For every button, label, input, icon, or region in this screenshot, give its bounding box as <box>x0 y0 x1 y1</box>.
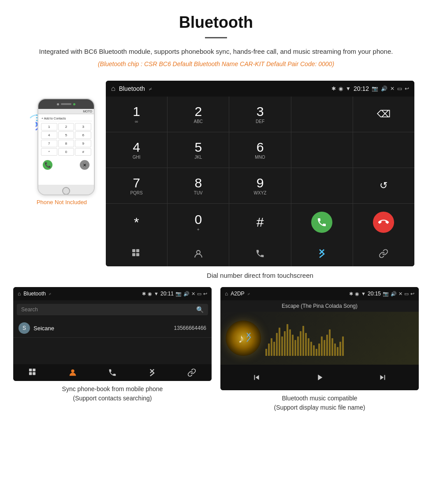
dial-key-hash[interactable]: # <box>229 204 290 241</box>
phone-home-button[interactable] <box>62 187 70 195</box>
phone-bottom-bar <box>38 185 94 195</box>
dial-letters-3: DEF <box>256 119 264 124</box>
dial-num-5: 5 <box>194 141 202 154</box>
music-loc-icon: ◉ <box>355 291 359 297</box>
phone-key-hash: # <box>75 148 91 156</box>
svg-rect-1 <box>132 249 135 252</box>
dial-cell-empty-1 <box>291 97 353 132</box>
phone-key-3: 3 <box>75 123 91 131</box>
pb-usb-icon: ⌿ <box>48 291 52 296</box>
pb-bottom-contacts[interactable] <box>53 368 93 377</box>
dial-bottom-bluetooth[interactable] <box>291 241 353 266</box>
music-bt-icon: ✱ <box>349 291 353 297</box>
hangup-red-button[interactable] <box>373 212 394 233</box>
status-right: ✱ ◉ ▼ 20:12 📷 🔊 ✕ ▭ ↩ <box>331 85 409 92</box>
phone-key-2: 2 <box>58 123 74 131</box>
dial-hangup-red[interactable] <box>353 204 414 241</box>
call-green-button[interactable] <box>311 212 332 233</box>
signal-icon: ▼ <box>346 86 351 92</box>
dial-letters-5: JKL <box>194 155 202 160</box>
volume-icon: 🔊 <box>381 86 387 92</box>
dial-key-2[interactable]: 2 ABC <box>168 97 229 132</box>
music-visualizer <box>265 321 413 356</box>
svg-point-5 <box>197 250 200 254</box>
dial-num-0: 0 <box>194 213 202 226</box>
svg-rect-2 <box>136 249 139 252</box>
phone-mock-container: MOTO + Add to Contacts 1 2 3 4 5 6 7 8 9 <box>18 98 106 205</box>
phone-call-button[interactable]: 📞 <box>43 160 52 170</box>
pb-loc-icon: ◉ <box>148 291 152 297</box>
music-item: ⌂ A2DP ⌿ ✱ ◉ ▼ 20:15 📷 🔊 ✕ ▭ ↩ E <box>220 287 419 412</box>
pb-search-bar: Search 🔍 <box>17 304 208 315</box>
dial-letters-8: TUV <box>194 190 203 195</box>
dial-bottom-call[interactable] <box>229 241 290 266</box>
location-icon: ◉ <box>339 86 343 92</box>
dial-key-6[interactable]: 6 MNO <box>229 132 290 168</box>
svg-rect-3 <box>132 253 135 256</box>
dial-keypad-grid: 1 ∞ 2 ABC 3 DEF ⌫ 4 GHI <box>106 97 414 241</box>
pb-home-icon: ⌂ <box>18 291 21 297</box>
music-screen: ⌂ A2DP ⌿ ✱ ◉ ▼ 20:15 📷 🔊 ✕ ▭ ↩ E <box>220 287 419 390</box>
dial-key-5[interactable]: 5 JKL <box>168 132 229 168</box>
music-main-area: ♪ <box>220 312 419 365</box>
dial-key-1[interactable]: 1 ∞ <box>106 97 167 132</box>
dial-key-star[interactable]: * <box>106 204 167 241</box>
music-vol-icon: 🔊 <box>391 291 397 297</box>
dial-key-8[interactable]: 8 TUV <box>168 168 229 203</box>
music-back-icon: ↩ <box>410 291 414 297</box>
bt-status-icon: ✱ <box>331 86 336 92</box>
music-play-pause[interactable] <box>288 369 351 386</box>
contact-initial: S <box>22 325 26 331</box>
status-left: ⌂ Bluetooth ⌿ <box>111 85 152 93</box>
camera-icon: 📷 <box>372 86 378 92</box>
pb-spacer <box>13 338 212 364</box>
phone-carrier: MOTO <box>83 110 92 113</box>
dial-key-7[interactable]: 7 PQRS <box>106 168 167 203</box>
dial-key-4[interactable]: 4 GHI <box>106 132 167 168</box>
pb-status-time: 20:11 <box>160 291 174 297</box>
music-status-right: ✱ ◉ ▼ 20:15 📷 🔊 ✕ ▭ ↩ <box>349 291 414 297</box>
dial-reload[interactable]: ↺ <box>353 168 414 203</box>
dial-key-3[interactable]: 3 DEF <box>229 97 290 132</box>
dial-cell-empty-3 <box>353 132 414 168</box>
pb-bottom-link[interactable] <box>172 368 212 377</box>
pb-back-icon: ↩ <box>203 291 207 297</box>
svg-rect-9 <box>33 372 35 375</box>
pb-bottom-grid[interactable] <box>13 368 53 377</box>
dial-backspace[interactable]: ⌫ <box>353 97 414 132</box>
music-album-art: ♪ <box>226 321 261 356</box>
phone-key-0: 0 <box>58 148 74 156</box>
phone-key-9: 9 <box>75 140 91 147</box>
usb-icon: ⌿ <box>149 85 152 92</box>
pb-scr-icon: ▭ <box>197 291 201 297</box>
phone-key-5: 5 <box>58 131 74 139</box>
pb-bottom-bar <box>13 364 212 381</box>
dial-num-hash: # <box>257 216 264 229</box>
dial-key-0[interactable]: 0 + <box>168 204 229 241</box>
dial-bottom-link[interactable] <box>353 241 414 266</box>
phonebook-caption-line1: Sync phone-book from mobile phone <box>62 385 163 392</box>
phone-status-bar: MOTO <box>38 109 94 114</box>
dial-num-4: 4 <box>133 141 140 154</box>
pb-bottom-call[interactable] <box>93 368 132 377</box>
dial-key-9[interactable]: 9 WXYZ <box>229 168 290 203</box>
pb-bottom-bluetooth[interactable] <box>132 368 172 377</box>
dial-bottom-contacts[interactable] <box>168 241 229 266</box>
phonebook-screen: ⌂ Bluetooth ⌿ ✱ ◉ ▼ 20:11 📷 🔊 ✕ ▭ ↩ <box>13 287 212 381</box>
music-caption-line1: Bluetooth music compatible <box>282 395 357 402</box>
dial-num-6: 6 <box>257 141 264 154</box>
pb-search-icon[interactable]: 🔍 <box>196 306 204 313</box>
dial-num-9: 9 <box>257 176 264 190</box>
music-cam-icon: 📷 <box>383 291 389 297</box>
phone-end-button[interactable]: ✕ <box>80 160 89 170</box>
dial-call-green[interactable] <box>291 204 353 241</box>
dial-letters-1: ∞ <box>135 119 138 124</box>
music-skip-prev[interactable] <box>225 369 288 386</box>
dial-screen-container: ⌂ Bluetooth ⌿ ✱ ◉ ▼ 20:12 📷 🔊 ✕ ▭ ↩ <box>106 81 414 283</box>
screen-icon: ▭ <box>397 86 402 92</box>
dial-num-star: * <box>134 216 139 229</box>
music-skip-next[interactable] <box>351 369 414 386</box>
phone-dot-1 <box>57 103 59 105</box>
music-song-title-bar: Escape (The Pina Colada Song) <box>220 300 419 312</box>
dial-bottom-grid[interactable] <box>106 241 167 266</box>
